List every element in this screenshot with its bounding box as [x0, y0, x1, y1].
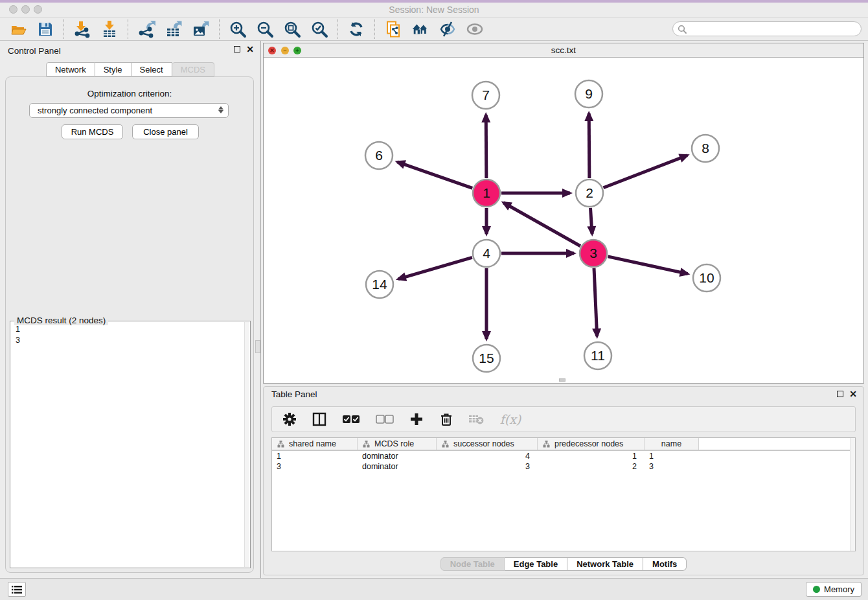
- result-scrollbar[interactable]: [244, 322, 249, 567]
- app-titlebar: Session: New Session: [0, 0, 868, 18]
- graph-node-1[interactable]: 1: [473, 179, 500, 207]
- optimization-criterion-select[interactable]: strongly connected component: [29, 103, 229, 118]
- deselect-all-rows-icon[interactable]: [374, 411, 395, 428]
- svg-text:15: 15: [479, 351, 494, 365]
- graph-node-9[interactable]: 9: [575, 80, 602, 108]
- home-view-icon[interactable]: [411, 20, 429, 38]
- cell-predecessor-nodes[interactable]: 1: [538, 451, 645, 461]
- select-all-rows-icon[interactable]: [341, 411, 361, 428]
- cell-name[interactable]: 3: [645, 461, 699, 472]
- table-row[interactable]: 3 dominator 3 2 3: [272, 461, 855, 472]
- cell-mcds-role[interactable]: dominator: [358, 451, 437, 461]
- close-table-panel-icon[interactable]: ✕: [849, 391, 857, 397]
- cell-mcds-role[interactable]: dominator: [358, 461, 437, 472]
- graph-edge-2-9[interactable]: [589, 113, 589, 178]
- graph-node-2[interactable]: 2: [576, 179, 603, 207]
- cell-shared-name[interactable]: 1: [272, 451, 358, 461]
- function-builder-icon[interactable]: f(x): [497, 411, 523, 428]
- open-session-icon[interactable]: [9, 20, 27, 38]
- memory-button[interactable]: Memory: [806, 582, 862, 597]
- graph-node-10[interactable]: 10: [693, 264, 720, 292]
- export-image-icon[interactable]: [192, 20, 210, 38]
- export-table-icon[interactable]: [165, 20, 183, 38]
- canvas-resize-handle[interactable]: [559, 378, 565, 382]
- column-header-name[interactable]: name: [645, 438, 699, 450]
- graph-edge-3-1[interactable]: [503, 203, 580, 246]
- table-row[interactable]: 1 dominator 4 1 1: [272, 451, 855, 461]
- float-panel-icon[interactable]: [234, 46, 240, 52]
- show-panels-list-button[interactable]: [8, 582, 26, 597]
- svg-text:8: 8: [702, 141, 709, 156]
- graph-node-3[interactable]: 3: [580, 240, 607, 267]
- search-input[interactable]: [672, 21, 862, 36]
- float-table-panel-icon[interactable]: [837, 391, 843, 397]
- graph-edge-2-8[interactable]: [603, 156, 687, 188]
- cell-shared-name[interactable]: 3: [272, 461, 358, 472]
- graph-edge-1-6[interactable]: [397, 162, 472, 189]
- cell-successor-nodes[interactable]: 4: [437, 451, 538, 461]
- cell-predecessor-nodes[interactable]: 2: [538, 461, 645, 472]
- tab-network-table[interactable]: Network Table: [567, 557, 643, 571]
- status-bar: Memory: [0, 578, 868, 600]
- graph-node-6[interactable]: 6: [365, 142, 393, 169]
- network-canvas[interactable]: 7968124314101511: [264, 58, 863, 383]
- delete-table-icon[interactable]: [468, 411, 485, 428]
- run-mcds-button[interactable]: Run MCDS: [62, 124, 123, 139]
- save-session-icon[interactable]: [36, 20, 54, 38]
- zoom-selected-icon[interactable]: [310, 20, 328, 38]
- graph-node-11[interactable]: 11: [584, 342, 611, 369]
- copy-network-icon[interactable]: [384, 20, 402, 38]
- settings-gear-icon[interactable]: [281, 411, 298, 428]
- add-column-icon[interactable]: [408, 411, 425, 428]
- delete-column-icon[interactable]: [438, 411, 455, 428]
- control-panel-tabs: Network Style Select MCDS: [0, 62, 260, 76]
- column-header-successor-nodes[interactable]: successor nodes: [437, 438, 538, 450]
- graph-node-4[interactable]: 4: [473, 240, 500, 267]
- table-scrollbar[interactable]: [850, 438, 855, 551]
- toggle-column-view-icon[interactable]: [311, 411, 328, 428]
- export-network-icon[interactable]: [137, 20, 155, 38]
- network-window: ✕ − + scc.txt 7968124314101511: [263, 43, 864, 384]
- zoom-out-icon[interactable]: [256, 20, 274, 38]
- zoom-fit-icon[interactable]: [283, 20, 301, 38]
- optimization-criterion-value: strongly connected component: [38, 106, 152, 115]
- tab-style[interactable]: Style: [95, 62, 131, 76]
- tab-motifs[interactable]: Motifs: [643, 557, 687, 571]
- graph-edge-2-3[interactable]: [590, 208, 592, 234]
- tab-mcds[interactable]: MCDS: [172, 62, 214, 76]
- column-header-shared-name[interactable]: shared name: [272, 438, 358, 450]
- app-title: Session: New Session: [0, 5, 868, 15]
- panel-divider-handle[interactable]: [255, 340, 260, 353]
- refresh-view-icon[interactable]: [347, 20, 365, 38]
- graph-edge-3-10[interactable]: [608, 257, 687, 274]
- optimization-criterion-label: Optimization criterion:: [6, 89, 253, 98]
- svg-text:7: 7: [482, 87, 490, 102]
- import-table-icon[interactable]: [100, 20, 119, 38]
- tab-node-table[interactable]: Node Table: [440, 557, 505, 571]
- tab-select[interactable]: Select: [131, 62, 172, 76]
- graph-node-14[interactable]: 14: [366, 271, 393, 298]
- show-graphics-details-icon[interactable]: [466, 20, 484, 38]
- network-window-titlebar[interactable]: ✕ − + scc.txt: [264, 43, 863, 58]
- column-header-mcds-role[interactable]: MCDS role: [358, 438, 437, 450]
- close-panel-button[interactable]: Close panel: [132, 124, 199, 139]
- select-stepper-icon: [218, 106, 223, 113]
- mcds-result-title: MCDS result (2 nodes): [14, 316, 108, 325]
- graph-node-15[interactable]: 15: [473, 345, 500, 372]
- import-network-icon[interactable]: [73, 20, 91, 38]
- graph-node-8[interactable]: 8: [692, 135, 719, 162]
- graph-edge-4-14[interactable]: [398, 257, 472, 279]
- zoom-in-icon[interactable]: [229, 20, 247, 38]
- graph-edge-1-7[interactable]: [486, 115, 486, 178]
- close-panel-icon[interactable]: ✕: [246, 46, 254, 52]
- table-panel: Table Panel ✕ f(x): [263, 386, 864, 575]
- tab-edge-table[interactable]: Edge Table: [505, 557, 567, 571]
- column-header-predecessor-nodes[interactable]: predecessor nodes: [538, 438, 645, 450]
- cell-successor-nodes[interactable]: 3: [437, 461, 538, 472]
- tab-network[interactable]: Network: [46, 62, 95, 76]
- graph-edge-3-11[interactable]: [594, 268, 597, 336]
- network-window-title: scc.txt: [264, 45, 863, 55]
- hide-graphics-details-icon[interactable]: [439, 20, 457, 38]
- graph-node-7[interactable]: 7: [472, 82, 499, 109]
- cell-name[interactable]: 1: [645, 451, 699, 461]
